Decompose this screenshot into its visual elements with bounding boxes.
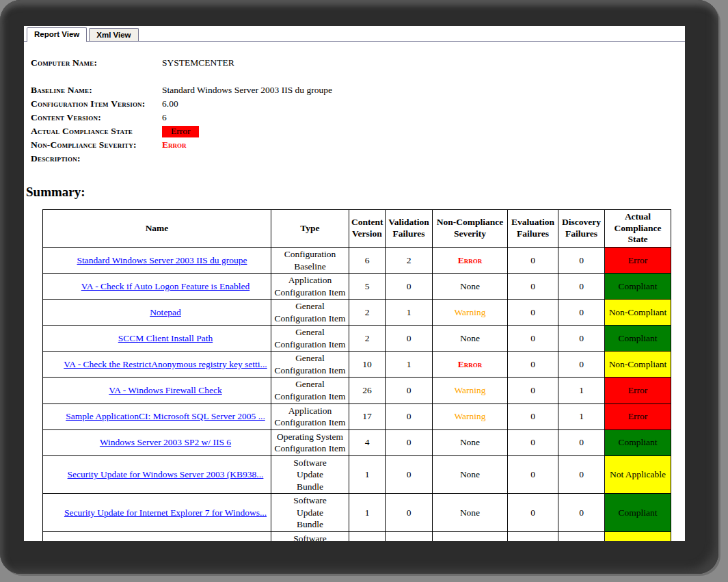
detail-field-label: Non-Compliance Severity: bbox=[31, 140, 162, 150]
severity-cell: Error bbox=[433, 352, 508, 378]
content-version-cell: 10 bbox=[349, 352, 386, 378]
name-cell: Notepad bbox=[43, 300, 271, 326]
discovery-failures-cell: 0 bbox=[558, 274, 605, 300]
type-cell: Software Update Bundle bbox=[271, 532, 349, 541]
evaluation-failures-cell: 0 bbox=[508, 248, 558, 274]
evaluation-failures-cell: 0 bbox=[508, 352, 558, 378]
detail-field-row: Description: bbox=[31, 152, 685, 166]
content-version-cell: 5 bbox=[349, 274, 386, 300]
item-link[interactable]: VA - Check if Auto Logon Feature is Enab… bbox=[81, 281, 250, 291]
detail-field-row: Actual Compliance State Error bbox=[31, 124, 685, 138]
name-cell: Windows Server 2003 SP2 w/ IIS 6 bbox=[43, 429, 271, 455]
col-header-name: Name bbox=[43, 210, 271, 248]
item-link[interactable]: SCCM Client Install Path bbox=[118, 333, 213, 343]
evaluation-failures-cell: 0 bbox=[508, 404, 558, 429]
summary-heading: Summary: bbox=[26, 185, 685, 200]
table-row: Standard Windows Server 2003 IIS du grou… bbox=[43, 248, 671, 274]
type-cell: Application Configuration Item bbox=[271, 404, 349, 429]
validation-failures-cell: 2 bbox=[386, 248, 433, 274]
item-link[interactable]: Sample ApplicationCI: Microsoft SQL Serv… bbox=[66, 411, 265, 421]
evaluation-failures-cell: 0 bbox=[508, 274, 558, 300]
table-row: Software Update Bundle bbox=[43, 532, 671, 541]
severity-cell: None bbox=[433, 494, 508, 532]
type-cell: Configuration Baseline bbox=[271, 248, 349, 274]
evaluation-failures-cell: 0 bbox=[508, 429, 558, 455]
validation-failures-cell bbox=[386, 532, 433, 541]
validation-failures-cell: 0 bbox=[386, 378, 433, 404]
evaluation-failures-cell: 0 bbox=[508, 494, 558, 532]
table-row: Windows Server 2003 SP2 w/ IIS 6 Operati… bbox=[43, 429, 671, 455]
content-version-cell: 2 bbox=[349, 300, 386, 326]
evaluation-failures-cell: 0 bbox=[508, 300, 558, 326]
col-header-discovery-failures: Discovery Failures bbox=[558, 210, 605, 248]
name-cell: SCCM Client Install Path bbox=[43, 326, 271, 352]
item-link[interactable]: VA - Windows Firewall Check bbox=[109, 385, 221, 395]
discovery-failures-cell: 0 bbox=[558, 326, 605, 352]
detail-field-value: Error bbox=[162, 126, 199, 137]
discovery-failures-cell: 0 bbox=[558, 429, 605, 455]
type-cell: General Configuration Item bbox=[271, 352, 349, 378]
content-version-cell: 26 bbox=[349, 378, 386, 404]
type-cell: Software Update Bundle bbox=[271, 494, 349, 532]
tab-xml-view[interactable]: Xml View bbox=[89, 28, 138, 42]
name-cell: VA - Check the RestrictAnonymous registr… bbox=[43, 352, 271, 378]
detail-field-label: Actual Compliance State bbox=[31, 126, 162, 137]
summary-table: Name Type Content Version Validation Fai… bbox=[42, 209, 671, 541]
type-cell: General Configuration Item bbox=[271, 300, 349, 326]
validation-failures-cell: 1 bbox=[386, 352, 433, 378]
validation-failures-cell: 0 bbox=[386, 455, 433, 494]
item-link[interactable]: VA - Check the RestrictAnonymous registr… bbox=[64, 359, 267, 369]
name-cell: Security Update for Windows Server 2003 … bbox=[43, 455, 271, 494]
detail-field-value: Error bbox=[162, 140, 187, 151]
name-cell: VA - Check if Auto Logon Feature is Enab… bbox=[43, 274, 271, 300]
type-cell: Software Update Bundle bbox=[271, 455, 349, 494]
detail-field-label: Content Version: bbox=[31, 112, 162, 123]
name-cell: Sample ApplicationCI: Microsoft SQL Serv… bbox=[43, 404, 271, 429]
detail-field-label: Computer Name: bbox=[31, 57, 162, 68]
severity-cell: Warning bbox=[433, 378, 508, 404]
screenshot-root: Report View Xml View Computer Name: SYST… bbox=[0, 0, 728, 582]
item-link[interactable]: Notepad bbox=[150, 307, 181, 317]
evaluation-failures-cell: 0 bbox=[508, 378, 558, 404]
tab-strip: Report View Xml View bbox=[24, 26, 685, 42]
detail-field-value: SYSTEMCENTER bbox=[162, 57, 234, 69]
table-row: Security Update for Internet Explorer 7 … bbox=[43, 494, 671, 532]
type-cell: Operating System Configuration Item bbox=[271, 429, 349, 455]
state-cell: Non-Compliant bbox=[605, 352, 671, 378]
item-link[interactable]: Standard Windows Server 2003 IIS du grou… bbox=[77, 255, 247, 265]
detail-field-label: Baseline Name: bbox=[31, 85, 162, 96]
item-link[interactable]: Security Update for Internet Explorer 7 … bbox=[64, 507, 267, 518]
detail-field-row: Non-Compliance Severity: Error bbox=[31, 138, 685, 152]
validation-failures-cell: 0 bbox=[386, 494, 433, 532]
detail-field-value: Standard Windows Server 2003 IIS du grou… bbox=[162, 85, 332, 96]
col-header-noncompliance-severity: Non-Compliance Severity bbox=[433, 210, 508, 248]
table-row: Notepad General Configuration Item 2 1 W… bbox=[43, 300, 671, 326]
item-link[interactable]: Windows Server 2003 SP2 w/ IIS 6 bbox=[100, 437, 231, 447]
state-cell: Non-Compliant bbox=[605, 300, 671, 326]
table-row: VA - Windows Firewall Check General Conf… bbox=[43, 378, 671, 404]
detail-field-label: Configuration Item Version: bbox=[31, 98, 162, 109]
table-row: SCCM Client Install Path General Configu… bbox=[43, 326, 671, 352]
severity-cell bbox=[433, 532, 508, 541]
severity-cell: None bbox=[433, 455, 508, 494]
item-link[interactable]: Security Update for Windows Server 2003 … bbox=[68, 469, 264, 479]
name-cell: Security Update for Internet Explorer 7 … bbox=[43, 494, 271, 532]
discovery-failures-cell: 0 bbox=[558, 300, 605, 326]
discovery-failures-cell: 0 bbox=[558, 248, 605, 274]
state-cell: Error bbox=[605, 248, 671, 274]
validation-failures-cell: 1 bbox=[386, 300, 433, 326]
col-header-validation-failures: Validation Failures bbox=[386, 210, 433, 248]
report-panel: Report View Xml View Computer Name: SYST… bbox=[24, 26, 685, 541]
state-cell: Compliant bbox=[605, 494, 671, 532]
table-row: VA - Check the RestrictAnonymous registr… bbox=[43, 352, 671, 378]
detail-field-row: Computer Name: SYSTEMCENTER bbox=[31, 56, 685, 70]
discovery-failures-cell: 1 bbox=[558, 378, 605, 404]
detail-field-row: Baseline Name: Standard Windows Server 2… bbox=[31, 83, 685, 97]
severity-cell: None bbox=[433, 326, 508, 352]
state-cell: Error bbox=[605, 378, 671, 404]
state-cell: Compliant bbox=[605, 274, 671, 300]
table-row: VA - Check if Auto Logon Feature is Enab… bbox=[43, 274, 671, 300]
content-version-cell bbox=[349, 532, 386, 541]
state-cell: Error bbox=[605, 404, 671, 429]
tab-report-view[interactable]: Report View bbox=[27, 27, 87, 42]
